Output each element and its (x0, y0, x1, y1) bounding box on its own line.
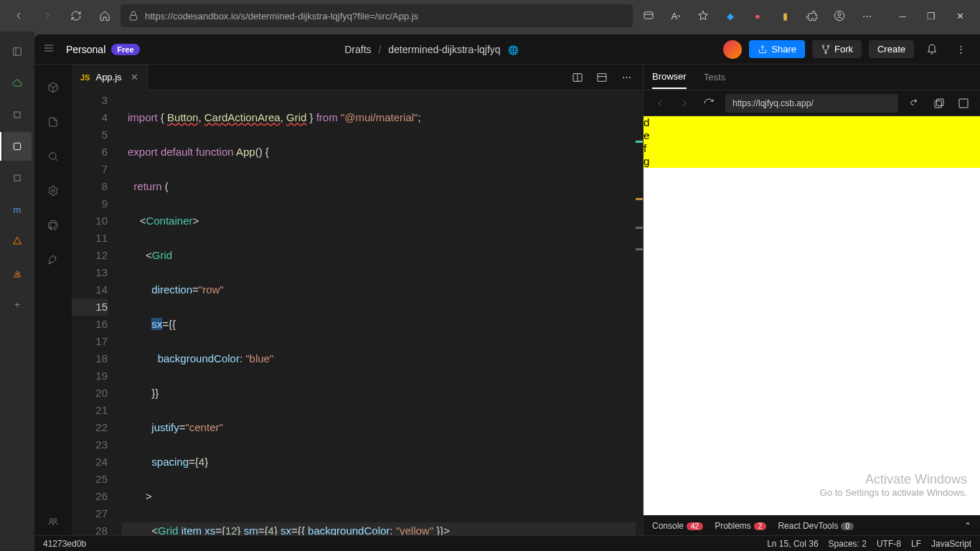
devtools-tab[interactable]: React DevTools0 (778, 521, 854, 531)
notifications-button[interactable] (921, 39, 943, 60)
ab-explorer-icon[interactable] (39, 108, 67, 136)
status-language[interactable]: JavaScript (931, 539, 971, 549)
svg-rect-7 (14, 175, 20, 181)
ab-search-icon[interactable] (39, 142, 67, 171)
breadcrumb-root[interactable]: Drafts (344, 44, 371, 55)
svg-point-14 (54, 519, 57, 522)
workspace-name[interactable]: Personal (66, 44, 105, 55)
svg-rect-18 (935, 100, 941, 107)
window-maximize-button[interactable]: ❐ (917, 4, 946, 27)
ab-settings-icon[interactable] (39, 176, 67, 205)
svg-rect-6 (14, 143, 20, 149)
preview-expand-button[interactable] (953, 93, 974, 114)
create-button[interactable]: Create (869, 40, 914, 58)
window-minimize-button[interactable]: ─ (888, 4, 917, 27)
read-aloud-icon[interactable]: A» (663, 4, 689, 27)
minimap[interactable] (636, 90, 643, 535)
rail-tab-m-icon[interactable]: m (3, 195, 32, 224)
globe-icon: 🌐 (508, 45, 519, 55)
plan-badge: Free (111, 44, 139, 55)
share-button[interactable]: Share (749, 40, 805, 58)
preview-reload-button[interactable] (698, 93, 720, 114)
ab-live-icon[interactable] (39, 507, 67, 535)
code-content[interactable]: import { Button, CardActionArea, Grid } … (122, 90, 643, 535)
svg-rect-0 (130, 15, 136, 20)
footer-chevron-icon[interactable]: ⌃ (964, 521, 971, 531)
tab-close-button[interactable]: ✕ (131, 72, 138, 83)
menu-button[interactable] (43, 42, 63, 56)
ext2-icon[interactable]: ● (745, 4, 771, 27)
rail-add-button[interactable]: + (3, 290, 32, 319)
status-eol[interactable]: LF (911, 539, 921, 549)
svg-point-9 (827, 45, 829, 47)
preview-panel: Browser Tests https://lqjfyq.csb.app/ (643, 65, 980, 535)
svg-point-10 (825, 52, 826, 53)
split-editor-button[interactable] (567, 67, 588, 88)
more-icon[interactable]: ⋯ (854, 4, 880, 27)
preview-viewport[interactable]: d e f g Activate Windows Go to Settings … (644, 116, 980, 515)
preview-forward-button[interactable] (674, 93, 695, 114)
editor-tab-appjs[interactable]: JS App.js ✕ (72, 65, 148, 90)
preview-newwindow-button[interactable] (928, 93, 950, 114)
avatar[interactable] (723, 40, 742, 59)
rail-tab-stack-icon[interactable] (3, 258, 32, 287)
ab-deploy-icon[interactable] (39, 245, 67, 274)
app-mode-icon[interactable] (636, 4, 661, 27)
problems-tab[interactable]: Problems2 (715, 521, 766, 531)
ext3-icon[interactable]: ▮ (772, 4, 798, 27)
windows-watermark: Activate Windows Go to Settings to activ… (820, 472, 967, 498)
header-more-button[interactable]: ⋮ (950, 39, 971, 60)
profile-icon[interactable] (826, 4, 852, 27)
ab-github-icon[interactable] (39, 211, 67, 240)
editor-tabs: JS App.js ✕ ⋯ (72, 65, 643, 90)
rail-tab-active-icon[interactable] (3, 132, 32, 161)
window-close-button[interactable]: ✕ (946, 4, 974, 27)
status-encoding[interactable]: UTF-8 (877, 539, 901, 549)
extensions-icon[interactable] (799, 4, 825, 27)
rail-tab-cloud-icon[interactable] (3, 69, 32, 98)
nav-home-button[interactable] (92, 4, 118, 27)
activity-bar (34, 65, 72, 535)
browser-toolbar: https://codesandbox.io/s/determined-dijk… (0, 0, 980, 32)
svg-rect-5 (14, 112, 20, 118)
breadcrumb: Drafts / determined-dijkstra-lqjfyq 🌐 (140, 44, 724, 55)
rail-tab-assistant-icon[interactable] (3, 227, 32, 255)
preview-tab-tests[interactable]: Tests (704, 66, 725, 88)
preview-action1-button[interactable] (904, 93, 925, 114)
console-tab[interactable]: Console42 (652, 521, 703, 531)
preview-back-button[interactable] (649, 93, 671, 114)
svg-rect-4 (14, 48, 22, 56)
svg-point-11 (50, 153, 56, 159)
preview-toolbar: https://lqjfyq.csb.app/ (644, 90, 980, 116)
status-bar: 41273ed0b Ln 15, Col 36 Spaces: 2 UTF-8 … (34, 535, 980, 551)
svg-point-8 (822, 45, 824, 47)
svg-rect-17 (937, 99, 943, 105)
svg-point-3 (838, 13, 841, 16)
code-editor[interactable]: 3456789101112131415161718192021222324252… (72, 90, 643, 535)
svg-point-12 (52, 189, 55, 192)
breadcrumb-item[interactable]: determined-dijkstra-lqjfyq (388, 44, 500, 55)
preview-url-bar[interactable]: https://lqjfyq.csb.app/ (725, 94, 898, 113)
preview-output: d e f g (644, 116, 980, 168)
lock-icon (128, 10, 139, 22)
ext1-icon[interactable]: ◆ (717, 4, 743, 27)
rail-tab-workspace-icon[interactable] (3, 37, 32, 66)
svg-rect-16 (598, 73, 606, 81)
ab-sandbox-icon[interactable] (39, 73, 67, 102)
fork-button[interactable]: Fork (812, 40, 862, 58)
preview-tab-browser[interactable]: Browser (652, 65, 687, 89)
preview-tabs: Browser Tests (644, 65, 980, 90)
status-cursor[interactable]: Ln 15, Col 36 (767, 539, 818, 549)
rail-tab-square2-icon[interactable] (3, 164, 32, 192)
favorite-icon[interactable] (690, 4, 716, 27)
editor-more-button[interactable]: ⋯ (616, 67, 637, 88)
nav-back-button[interactable] (6, 4, 32, 27)
rail-tab-square-icon[interactable] (3, 100, 32, 129)
layout-button[interactable] (591, 67, 613, 88)
status-commit[interactable]: 41273ed0b (43, 539, 86, 549)
nav-refresh-button[interactable] (63, 4, 89, 27)
editor-area: JS App.js ✕ ⋯ 34567891011121314151617181… (72, 65, 643, 535)
status-spaces[interactable]: Spaces: 2 (829, 539, 867, 549)
nav-forward-button[interactable] (34, 4, 60, 27)
browser-url-bar[interactable]: https://codesandbox.io/s/determined-dijk… (121, 4, 633, 27)
